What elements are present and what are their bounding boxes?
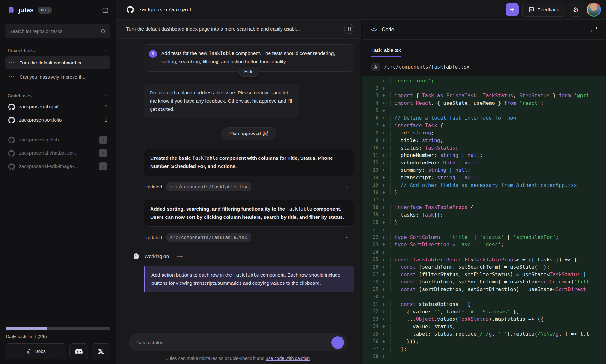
sidebar-toggle-icon[interactable] [102,7,109,14]
feedback-label: Feedback [538,7,559,13]
code-line: 35+ label: status.replace(/_/g, ' ').rep… [362,330,606,338]
code-line: 10+ status: TaskStatus; [362,144,606,152]
x-twitter-button[interactable] [92,343,110,359]
repo-task-count: 1 [105,117,107,122]
disclaimer: Jules can make mistakes so double-check … [129,356,347,361]
topbar: zackproser/abigail + Feedback ⚙ [116,0,606,20]
code-line: 1+'use client'; [362,77,606,85]
code-line: 28+ const [sortColumn, setSortColumn] = … [362,278,606,286]
github-icon [8,150,15,157]
task-dots-icon: ••• [9,60,15,65]
chevron-down-icon [103,93,108,98]
code-line: 26+ const [searchTerm, setSearchTerm] = … [362,263,606,271]
code-diff-view[interactable]: 1+'use client';2+3+import { Task as Pris… [362,76,606,364]
disclaimer-text: Jules can make mistakes so double-check … [166,356,266,361]
updated-file-row[interactable]: Updated src/components/TaskTable.tsx [144,182,354,191]
send-button[interactable]: → [331,336,344,349]
code-line: 20+} [362,218,606,226]
code-line: 5+ [362,107,606,114]
repo-name: zackproser/ai-sdk-image-... [19,164,78,169]
sidebar-item-codebase-inactive[interactable]: zackproser/ai-chatbot-scr... ↑ [5,146,110,160]
upgrade-arrow-button[interactable]: ↑ [99,162,107,170]
chevron-down-icon [103,48,108,53]
code-line: 21+ [362,226,606,234]
task-label: Turn the default dashboard in... [20,60,85,65]
upgrade-arrow-button[interactable]: ↑ [99,149,107,157]
file-path-row: A /src/components/TaskTable.tsx [362,57,606,71]
app-title: jules [18,6,34,14]
sidebar-item-codebase[interactable]: zackproser/portfolio 1 [5,113,110,127]
chevron-down-icon[interactable] [344,184,350,189]
discord-button[interactable] [69,343,88,359]
code-line: 33+ ...Object.values(TaskStatus).map(sta… [362,315,606,323]
code-line: 34+ value: status, [362,323,606,331]
code-line: 11+ phoneNumber: string | null; [362,152,606,159]
working-on-label: Working on [144,254,169,259]
use-code-with-caution-link[interactable]: use code with caution [266,356,310,361]
sidebar-item-codebase-inactive[interactable]: zackproser/ai-sdk-image-... ↑ [5,160,110,173]
sidebar-item-codebase-inactive[interactable]: zackproser/.github ↑ [5,133,110,146]
feedback-button[interactable]: Feedback [522,3,565,17]
user-avatar[interactable] [587,3,601,17]
sidebar-item-recent-task[interactable]: ••• Can you massively improve th... [5,70,110,83]
sidebar-item-codebase[interactable]: zackproser/abigail 1 [5,100,110,113]
chat-header: Turn the default dashboard index page in… [116,20,361,39]
divider [6,130,110,130]
task-title: Turn the default dashboard index page in… [126,26,300,32]
code-line: 32+ { value: '', label: 'All Statuses' }… [362,308,606,315]
code-line: 37+ ]; [362,345,606,353]
step-number-badge: 6 [149,50,157,58]
feedback-chat-icon [528,7,534,13]
chat-input[interactable] [136,340,331,345]
file-status-badge: A [371,63,380,71]
code-line: 6+// Define a local Task interface for n… [362,114,606,122]
document-icon [26,349,31,354]
chat-scroll-area[interactable]: 6 Add tests for the new TaskTable compon… [116,39,361,333]
chat-panel: Turn the default dashboard index page in… [116,20,361,364]
beta-badge: beta [38,7,52,14]
github-icon [8,163,15,170]
upgrade-arrow-button[interactable]: ↑ [99,136,107,144]
progress-update-card: Created the basic TaskTable component wi… [144,149,354,176]
task-limit-progressbar [6,327,110,330]
discord-icon [75,348,83,355]
search-box[interactable] [5,24,110,38]
repo-name: zackproser/ai-chatbot-scr... [19,150,78,156]
code-line: 24+ [362,248,606,256]
current-step-text: Add action buttons to each row in the Ta… [152,272,340,286]
code-line: 4+import React, { useState, useMemo } fr… [362,99,606,107]
plan-approved-badge[interactable]: Plan approved 🎉 [221,127,277,140]
chevron-down-icon[interactable] [344,235,350,240]
code-line: 31+ const statusOptions = [ [362,301,606,308]
code-line: 38+ [362,353,606,360]
plan-step-card: 6 Add tests for the new TaskTable compon… [144,44,354,72]
new-task-button[interactable]: + [506,3,519,16]
code-line: 29+ const [sortDirection, setSortDirecti… [362,286,606,293]
updated-file-chip[interactable]: src/components/TaskTable.tsx [166,182,251,191]
search-input[interactable] [9,28,100,34]
settings-button[interactable]: ⚙ [569,3,583,17]
updated-file-row[interactable]: Updated src/components/TaskTable.tsx [144,233,354,242]
updated-file-chip[interactable]: src/components/TaskTable.tsx [166,233,251,242]
code-line: 30+ [362,293,606,301]
github-icon [8,117,15,123]
code-panel-header: <> Code [362,20,606,40]
pause-button[interactable] [344,24,354,34]
code-line: 25+const TaskTable: React.FC<TaskTablePr… [362,256,606,263]
expand-icon[interactable] [591,27,597,33]
working-dots-indicator: ••• [177,254,183,259]
jules-logo-icon [7,6,15,14]
hide-plan-button[interactable]: Hide [238,67,260,77]
code-line: 18+interface TaskTableProps { [362,204,606,211]
docs-button[interactable]: Docs [5,343,66,359]
code-line: 19+ tasks: Task[]; [362,211,606,219]
github-icon [127,6,134,13]
recent-tasks-header[interactable]: Recent tasks [8,48,108,53]
tab-tasktable[interactable]: TaskTable.tsx [371,47,401,57]
codebases-header[interactable]: Codebases [8,93,108,98]
sidebar-item-recent-task[interactable]: ••• Turn the default dashboard in... [5,56,110,69]
code-line: 23+type SortDirection = 'asc' | 'desc'; [362,241,606,248]
code-panel-title: Code [382,27,394,33]
search-icon [100,28,106,34]
talk-input-container[interactable]: → [129,333,347,351]
